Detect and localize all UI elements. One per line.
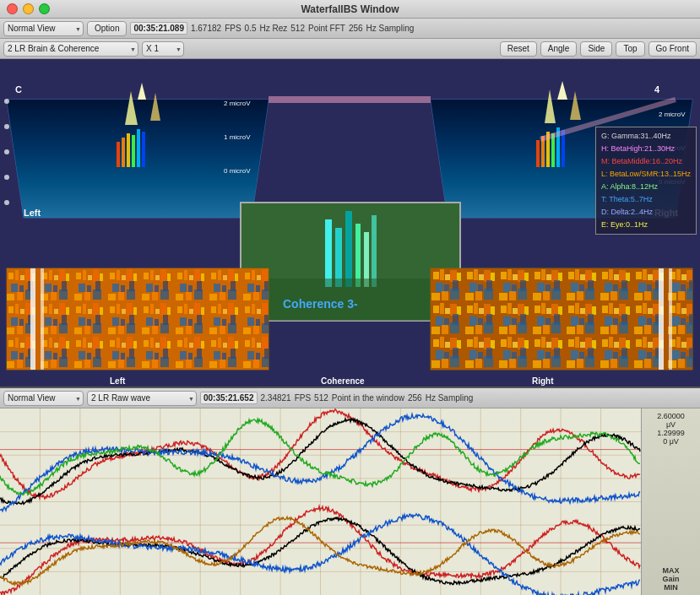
min-label: MIN xyxy=(664,583,678,592)
svg-point-55 xyxy=(4,149,9,154)
fps2-label: FPS xyxy=(295,393,311,403)
svg-rect-9 xyxy=(132,135,135,167)
svg-rect-47 xyxy=(431,268,692,370)
side-button[interactable]: Side xyxy=(580,41,612,57)
zoom-select-wrapper[interactable]: X 1 xyxy=(142,41,184,57)
channel2-select-wrapper[interactable]: 2 LR Raw wave xyxy=(87,391,197,406)
svg-rect-49 xyxy=(669,268,672,370)
view-select[interactable]: Normal View xyxy=(3,21,84,36)
sampling2-label: Hz Sampling xyxy=(426,393,474,403)
svg-point-54 xyxy=(4,124,9,129)
gain-label: Gain xyxy=(662,575,679,583)
svg-text:0 microV: 0 microV xyxy=(224,167,251,175)
channel-select-wrapper[interactable]: 2 LR Brain & Coherence xyxy=(3,41,138,57)
hz-rez-label: Hz Rez xyxy=(259,24,287,33)
point2-label: Point in the window xyxy=(332,393,404,403)
close-button[interactable] xyxy=(7,3,18,14)
main-visualization: CH 3 peak power (μV,Hz) 1:(4.0, 10.0), 2… xyxy=(0,59,700,388)
right-label: Right xyxy=(532,376,554,386)
waveform-right-panel: 2.60000 μV 1.29999 0 μV MAX Gain MIN xyxy=(641,408,700,595)
sampling2-value: 256 xyxy=(408,393,422,403)
fps-label: FPS xyxy=(225,24,241,33)
reset-button[interactable]: Reset xyxy=(500,41,537,57)
value-top: 2.60000 xyxy=(657,412,685,420)
sampling-value: 256 xyxy=(349,24,363,33)
svg-text:C: C xyxy=(15,84,22,95)
angle-button[interactable]: Angle xyxy=(540,41,578,57)
point-fft-label: Point FFT xyxy=(308,24,345,33)
legend-eye: E: Eye:0..1Hz xyxy=(601,219,691,231)
svg-rect-36 xyxy=(345,211,352,287)
value-mid: 1.29999 xyxy=(657,429,685,437)
titlebar: WaterfallBS Window xyxy=(0,0,700,19)
toolbar3: Normal View 2 LR Raw wave 00:35:21.652 2… xyxy=(0,388,700,408)
toolbar1: Normal View Option 00:35:21.089 1.67182 … xyxy=(0,19,700,39)
hz-rez-value: 0.5 xyxy=(245,24,257,33)
legend-betahigh: H: BetaHigh:21..30Hz xyxy=(601,143,691,155)
top-button[interactable]: Top xyxy=(616,41,644,57)
legend-theta: T: Theta:5..7Hz xyxy=(601,193,691,206)
view-select-wrapper[interactable]: Normal View xyxy=(3,21,84,36)
svg-rect-37 xyxy=(355,224,361,287)
svg-text:2 microV: 2 microV xyxy=(659,111,686,118)
legend-delta: D: Delta:2..4Hz xyxy=(601,206,691,219)
gofront-button[interactable]: Go Front xyxy=(648,41,697,57)
svg-point-56 xyxy=(4,175,9,180)
unit-top: μV xyxy=(666,420,676,429)
svg-text:4: 4 xyxy=(654,84,660,95)
zoom-select[interactable]: X 1 xyxy=(142,41,184,57)
value-zero: 0 μV xyxy=(663,437,679,446)
point2-value: 512 xyxy=(314,393,328,403)
fps2-value: 2.34821 xyxy=(261,393,291,403)
coherence-bottom-label: Coherence xyxy=(321,376,365,386)
time-display: 00:35:21.089 xyxy=(130,22,187,35)
view2-select-wrapper[interactable]: Normal View xyxy=(3,391,84,406)
svg-rect-35 xyxy=(335,228,342,287)
channel2-select[interactable]: 2 LR Raw wave xyxy=(87,391,197,406)
svg-rect-48 xyxy=(659,268,664,370)
fps-value: 1.67182 xyxy=(191,24,221,33)
point-fft-value: 512 xyxy=(290,24,305,33)
svg-text:1 microV: 1 microV xyxy=(224,133,251,141)
svg-text:Left: Left xyxy=(24,208,41,218)
svg-text:Coherence 3-: Coherence 3- xyxy=(283,297,358,311)
channel-select[interactable]: 2 LR Brain & Coherence xyxy=(3,41,138,57)
svg-rect-19 xyxy=(536,140,540,167)
svg-rect-8 xyxy=(127,133,130,167)
option-button[interactable]: Option xyxy=(87,21,127,36)
svg-rect-6 xyxy=(117,142,120,167)
window-controls xyxy=(7,3,50,14)
svg-rect-11 xyxy=(142,132,145,167)
window-title: WaterfallBS Window xyxy=(301,3,399,15)
legend-alpha: A: Alpha:8..12Hz xyxy=(601,181,691,193)
view2-select[interactable]: Normal View xyxy=(3,391,84,406)
svg-rect-43 xyxy=(7,268,269,370)
minimize-button[interactable] xyxy=(23,3,34,14)
toolbar2: 2 LR Brain & Coherence X 1 Reset Angle S… xyxy=(0,39,700,59)
svg-text:2 microV: 2 microV xyxy=(224,100,251,107)
legend-betamid: M: BetaMiddle:16..20Hz xyxy=(601,155,691,168)
svg-point-57 xyxy=(4,200,9,205)
legend-box: G: Gamma:31..40Hz H: BetaHigh:21..30Hz M… xyxy=(595,127,697,235)
legend-gamma: G: Gamma:31..40Hz xyxy=(601,130,691,143)
time2-display: 00:35:21.652 xyxy=(200,392,258,404)
svg-rect-39 xyxy=(372,215,377,287)
svg-rect-44 xyxy=(30,268,35,370)
max-label: MAX xyxy=(663,566,680,575)
sampling-label: Hz Sampling xyxy=(366,24,415,33)
svg-point-53 xyxy=(4,99,9,104)
svg-rect-7 xyxy=(122,138,125,167)
svg-rect-45 xyxy=(41,268,44,370)
svg-rect-34 xyxy=(325,219,332,287)
waveform-area: L R 2.60000 μV 1.29999 0 μV MAX Gain MIN xyxy=(0,408,700,595)
maximize-button[interactable] xyxy=(39,3,50,14)
waveform-canvas xyxy=(0,408,641,595)
left-label: Left xyxy=(110,376,126,386)
legend-betalow: L: BetaLow/SMR:13..15Hz xyxy=(601,168,691,181)
svg-rect-10 xyxy=(137,129,140,167)
